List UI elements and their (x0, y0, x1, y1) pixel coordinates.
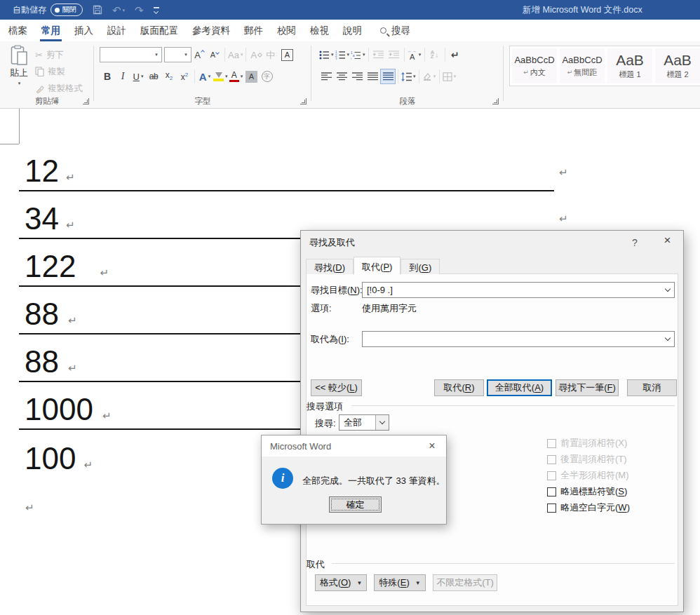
distribute-button[interactable] (380, 69, 396, 84)
align-right-button[interactable] (349, 69, 365, 84)
cut-button[interactable]: ✂ 剪下 (35, 47, 83, 62)
sort-button[interactable]: AZ ↓ (427, 47, 443, 62)
cancel-button[interactable]: 取消 (627, 379, 677, 396)
grow-font-button[interactable]: A (191, 47, 207, 62)
multilevel-list-button[interactable]: 1ai▾ (350, 47, 366, 62)
style-normal[interactable]: AaBbCcD ↵內文 (512, 48, 557, 83)
tab-view[interactable]: 檢視 (303, 20, 336, 41)
tab-find[interactable]: 尋找(D) (306, 259, 354, 274)
undo-icon[interactable]: ↶▾ (112, 5, 125, 15)
line-spacing-button[interactable]: ▾ (401, 69, 417, 84)
tab-design[interactable]: 設計 (100, 20, 133, 41)
redo-icon[interactable]: ↷ (135, 5, 144, 15)
checkbox-ignore-punctuation[interactable]: 略過標點符號(S) (547, 485, 627, 498)
help-icon[interactable]: ? (624, 235, 645, 250)
find-what-combo[interactable] (362, 282, 675, 298)
replace-button[interactable]: 取代(R) (434, 379, 484, 396)
decrease-indent-button[interactable] (371, 47, 386, 62)
combo-arrow-icon[interactable] (661, 283, 674, 297)
close-icon[interactable]: × (652, 231, 683, 250)
find-what-input[interactable] (363, 283, 661, 297)
close-icon[interactable]: × (418, 435, 446, 457)
checkbox-icon[interactable] (547, 487, 556, 496)
search-direction-select[interactable]: 全部 (339, 414, 389, 431)
search-box[interactable]: 搜尋 (380, 25, 410, 37)
align-left-button[interactable] (318, 69, 334, 84)
bold-button[interactable]: B (100, 69, 115, 84)
character-border-button[interactable]: A (279, 47, 295, 62)
justify-button[interactable] (365, 69, 380, 84)
paste-button[interactable]: 貼上 ▾ (4, 45, 34, 101)
autosave-toggle[interactable]: 自動儲存 關閉 (13, 4, 83, 16)
phonetic-guide-button[interactable]: 中⁚ (264, 47, 279, 62)
character-shading-button[interactable]: A (244, 69, 260, 84)
style-heading2[interactable]: AaB 標題 2 (655, 48, 700, 83)
increase-indent-button[interactable] (386, 47, 402, 62)
text-effects-button[interactable]: A▾ (197, 69, 213, 84)
tab-mailings[interactable]: 郵件 (237, 20, 270, 41)
fit-text-button[interactable]: ←→ A ▾ (407, 47, 422, 62)
qat-customize-icon[interactable] (154, 7, 159, 13)
show-marks-button[interactable]: ↵ (447, 47, 463, 62)
font-dialog-launcher-icon[interactable] (300, 98, 307, 104)
ok-button[interactable]: 確定 (329, 496, 382, 513)
clipboard-dialog-launcher-icon[interactable] (83, 98, 89, 104)
find-next-button[interactable]: 尋找下一筆(F) (556, 379, 619, 396)
special-button[interactable]: 特殊(E)▼ (374, 574, 426, 591)
superscript-button[interactable]: x2 (177, 69, 192, 84)
tab-help[interactable]: 說明 (336, 20, 369, 41)
align-center-button[interactable] (334, 69, 349, 84)
bullets-icon (319, 50, 330, 60)
table-row[interactable]: 12↵ (19, 144, 554, 191)
tab-insert[interactable]: 插入 (67, 20, 100, 41)
checkbox-match-halfwidth[interactable]: 全半形須相符(M) (547, 469, 629, 482)
shrink-font-button[interactable]: A (207, 47, 222, 62)
tab-home[interactable]: 常用 (34, 20, 67, 41)
style-no-spacing[interactable]: AaBbCcD ↵無間距 (560, 48, 605, 83)
replace-with-combo[interactable] (362, 331, 675, 347)
change-case-button[interactable]: Aa▾ (227, 47, 243, 62)
no-formatting-button[interactable]: 不限定格式(T) (433, 574, 497, 591)
checkbox-icon[interactable] (547, 439, 556, 448)
tab-file[interactable]: 檔案 (1, 20, 34, 41)
replace-with-input[interactable] (363, 332, 661, 346)
font-color-button[interactable]: A▾ (229, 69, 244, 84)
borders-button[interactable]: ▾ (442, 69, 457, 84)
save-icon[interactable] (93, 5, 102, 15)
tab-goto[interactable]: 到(G) (401, 259, 440, 274)
italic-button[interactable]: I (115, 69, 130, 84)
replace-all-button[interactable]: 全部取代(A) (487, 379, 552, 396)
copy-button[interactable]: 複製 (35, 64, 83, 79)
shading-button[interactable]: ▾ (422, 69, 437, 84)
bullets-button[interactable]: ▾ (318, 47, 335, 62)
subscript-button[interactable]: x2 (161, 69, 177, 84)
tab-review[interactable]: 校閱 (270, 20, 303, 41)
autosave-toggle-icon[interactable]: 關閉 (51, 4, 83, 16)
checkbox-icon[interactable] (547, 504, 556, 513)
combo-arrow-icon[interactable] (375, 415, 389, 430)
strikethrough-button[interactable]: ab (146, 69, 161, 84)
font-name-combo[interactable]: ▾ (100, 47, 162, 62)
checkbox-ignore-whitespace[interactable]: 略過空白字元(W) (547, 501, 630, 514)
tab-replace[interactable]: 取代(P) (354, 257, 401, 275)
less-button[interactable]: << 較少(L) (311, 379, 362, 396)
borders-icon (443, 72, 452, 81)
checkbox-match-suffix[interactable]: 後置詞須相符(T) (547, 453, 627, 466)
tab-references[interactable]: 參考資料 (185, 20, 237, 41)
format-button[interactable]: 格式(O)▼ (315, 574, 367, 591)
checkbox-match-prefix[interactable]: 前置詞須相符(X) (547, 437, 627, 450)
paragraph-dialog-launcher-icon[interactable] (492, 98, 499, 104)
numbering-button[interactable]: 123▾ (335, 47, 351, 62)
checkbox-icon[interactable] (547, 455, 556, 464)
enclose-characters-button[interactable]: 字 (260, 69, 275, 84)
clear-formatting-button[interactable]: A (248, 47, 264, 62)
style-heading1[interactable]: AaB 標題 1 (607, 48, 652, 83)
tab-layout[interactable]: 版面配置 (133, 20, 185, 41)
bold-icon: B (104, 72, 111, 81)
format-painter-button[interactable]: 複製格式 (35, 81, 83, 96)
checkbox-icon[interactable] (547, 471, 556, 480)
font-size-combo[interactable]: ▾ (164, 47, 191, 62)
underline-button[interactable]: U▾ (130, 69, 146, 84)
highlight-button[interactable]: ▾ (213, 69, 229, 84)
combo-arrow-icon[interactable] (661, 332, 674, 346)
